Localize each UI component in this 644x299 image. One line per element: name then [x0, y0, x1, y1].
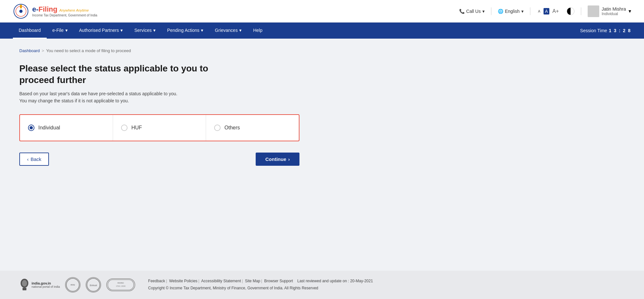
- font-medium-button[interactable]: A: [544, 8, 549, 14]
- cert-iso-icon: ISO/IEC 27001 | 20000: [108, 279, 134, 291]
- footer-copyright: Copyright © Income Tax Department, Minis…: [148, 285, 625, 292]
- nav-help[interactable]: Help: [247, 23, 268, 39]
- footer-sitemap-link[interactable]: Site Map: [245, 279, 260, 283]
- radio-individual: [28, 125, 34, 131]
- footer-browser-support-link[interactable]: Browser Support: [264, 279, 293, 283]
- cert-entrust-badge: Entrust: [86, 277, 101, 293]
- india-gov-label: india.gov.in: [32, 281, 60, 285]
- india-emblem-icon: [19, 278, 30, 292]
- nav-grievances-label: Grievances: [215, 28, 238, 33]
- efile-chevron-icon: ▾: [65, 28, 68, 33]
- footer-logos: india.gov.in national portal of india eo…: [19, 277, 135, 293]
- continue-button-label: Continue: [265, 156, 286, 162]
- footer-website-policies-link[interactable]: Website Policies: [169, 279, 197, 283]
- footer-feedback-link[interactable]: Feedback: [148, 279, 165, 283]
- session-time-label: Session Time: [580, 28, 607, 33]
- pending-chevron-icon: ▾: [201, 28, 203, 33]
- header-right: 📞 Call Us ▾ 🌐 English ▾ A A A+ Jatin Mis…: [459, 5, 631, 17]
- radio-individual-inner: [30, 126, 33, 129]
- footer-last-reviewed: Last reviewed and update on : 20-May-202…: [297, 279, 373, 283]
- svg-point-6: [22, 280, 27, 286]
- cert-entrust-icon: Entrust: [86, 278, 100, 292]
- svg-text:eou: eou: [71, 283, 75, 286]
- nav-services[interactable]: Services ▾: [128, 23, 161, 39]
- subtitle-line1: Based on your last year's data we have p…: [19, 90, 625, 97]
- nav-authorised-partners-label: Authorised Partners: [79, 28, 119, 33]
- breadcrumb: Dashboard > You need to select a mode of…: [19, 48, 625, 53]
- page-subtitle: Based on your last year's data we have p…: [19, 90, 625, 105]
- main-content: Dashboard > You need to select a mode of…: [0, 39, 644, 271]
- page-title: Please select the status applicable to y…: [19, 63, 245, 86]
- user-info[interactable]: Jatin Mishra Individual ▾: [588, 5, 631, 17]
- font-controls: A A A+: [537, 8, 560, 15]
- option-others[interactable]: Others: [206, 115, 299, 141]
- breadcrumb-current: You need to select a mode of filing to p…: [46, 48, 131, 53]
- globe-icon: 🌐: [498, 9, 503, 14]
- services-chevron-icon: ▾: [153, 28, 156, 33]
- continue-button[interactable]: Continue ›: [256, 153, 299, 166]
- logo-container: e-Filing Anywhere Anytime Income Tax Dep…: [13, 3, 97, 19]
- option-individual[interactable]: Individual: [20, 115, 113, 141]
- svg-point-2: [19, 10, 23, 13]
- logo-efiling: e-Filing Anywhere Anytime: [32, 5, 97, 14]
- nav-pending-actions-label: Pending Actions: [167, 28, 199, 33]
- divider-2: [530, 7, 530, 15]
- cert-eou-badge: eou: [65, 277, 80, 293]
- nav-items: Dashboard e-File ▾ Authorised Partners ▾…: [13, 23, 268, 39]
- option-huf[interactable]: HUF: [113, 115, 206, 141]
- font-large-button[interactable]: A+: [551, 8, 560, 15]
- svg-text:27001 | 20000: 27001 | 20000: [116, 285, 126, 287]
- logo-filing-span: Filing: [39, 5, 58, 13]
- language-button[interactable]: 🌐 English ▾: [498, 9, 524, 14]
- nav-dashboard-label: Dashboard: [19, 28, 41, 33]
- svg-rect-7: [23, 288, 26, 290]
- nav-help-label: Help: [253, 28, 262, 33]
- grievances-chevron-icon: ▾: [239, 28, 242, 33]
- divider-3: [581, 7, 581, 15]
- nav-authorised-partners[interactable]: Authorised Partners ▾: [73, 23, 129, 39]
- svg-text:Entrust: Entrust: [90, 284, 97, 286]
- user-chevron: ▾: [629, 8, 631, 14]
- svg-text:ISO/IEC: ISO/IEC: [118, 282, 124, 284]
- divider-1: [491, 7, 491, 15]
- session-time: Session Time 1 3 : 2 8: [580, 28, 631, 33]
- option-individual-label: Individual: [38, 125, 60, 131]
- navbar: Dashboard e-File ▾ Authorised Partners ▾…: [0, 23, 644, 39]
- footer-accessibility-link[interactable]: Accessibility Statement: [201, 279, 241, 283]
- subtitle-line2: You may change the status if it is not a…: [19, 97, 625, 104]
- back-button-label: Back: [31, 156, 41, 162]
- footer: india.gov.in national portal of india eo…: [0, 271, 644, 299]
- breadcrumb-dashboard-link[interactable]: Dashboard: [19, 48, 40, 53]
- footer-india-gov[interactable]: india.gov.in national portal of india: [19, 278, 60, 292]
- user-name: Jatin Mishra: [602, 6, 626, 12]
- partners-chevron-icon: ▾: [120, 28, 123, 33]
- cert-eou-icon: eou: [66, 278, 80, 292]
- user-details: Jatin Mishra Individual: [602, 6, 626, 16]
- back-button[interactable]: ‹ Back: [19, 153, 49, 166]
- india-gov-text: india.gov.in national portal of india: [32, 281, 60, 288]
- footer-links: Feedback| Website Policies| Accessibilit…: [148, 278, 625, 292]
- language-label: English: [505, 9, 520, 14]
- radio-huf: [121, 125, 128, 131]
- nav-pending-actions[interactable]: Pending Actions ▾: [161, 23, 209, 39]
- nav-dashboard[interactable]: Dashboard: [13, 23, 47, 39]
- nav-grievances[interactable]: Grievances ▾: [209, 23, 247, 39]
- call-us-button[interactable]: 📞 Call Us ▾: [459, 9, 485, 14]
- svg-rect-12: [108, 280, 134, 290]
- option-others-label: Others: [224, 125, 240, 131]
- contrast-button[interactable]: [567, 7, 574, 15]
- breadcrumb-separator: >: [42, 48, 44, 53]
- footer-links-line1: Feedback| Website Policies| Accessibilit…: [148, 278, 625, 285]
- option-huf-label: HUF: [131, 125, 142, 131]
- call-us-label: Call Us: [466, 9, 481, 14]
- nav-efile-label: e-File: [52, 28, 64, 33]
- logo-subtitle: Income Tax Department, Government of Ind…: [32, 14, 97, 17]
- nav-efile[interactable]: e-File ▾: [47, 23, 73, 39]
- logo-tagline: Anywhere Anytime: [59, 8, 89, 12]
- logo-e-span: e-: [32, 5, 39, 13]
- user-role: Individual: [602, 12, 626, 16]
- session-time-value: 1 3 : 2 8: [609, 28, 631, 33]
- back-chevron-icon: ‹: [27, 156, 29, 162]
- font-small-button[interactable]: A: [537, 9, 542, 14]
- language-chevron: ▾: [521, 9, 524, 14]
